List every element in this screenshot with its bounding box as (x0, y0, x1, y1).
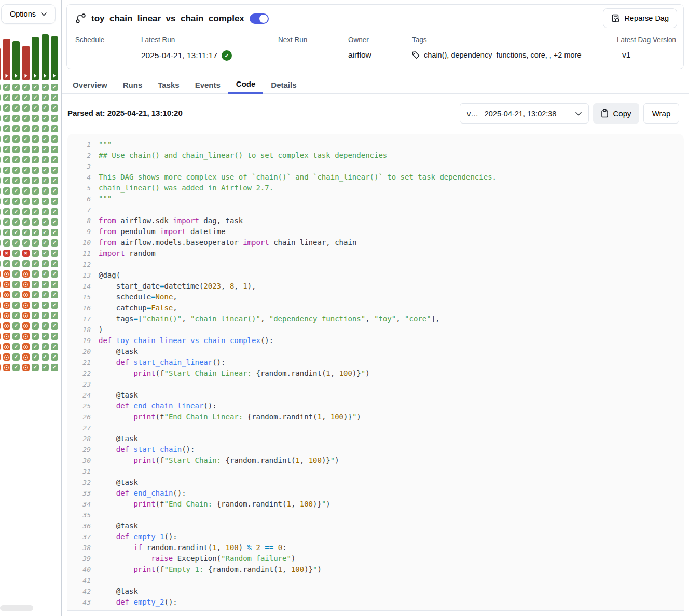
task-instance-cell-r8-c5[interactable]: ✓ (42, 167, 49, 174)
task-instance-cell-r27-c0[interactable] (0, 364, 1, 371)
task-instance-cell-r17-c2[interactable]: ✓ (12, 260, 20, 267)
task-instance-cell-r21-c5[interactable]: ✓ (42, 302, 49, 309)
task-instance-cell-r0-c1[interactable]: ✓ (3, 84, 10, 91)
task-instance-cell-r26-c4[interactable]: ✓ (32, 353, 39, 361)
task-instance-cell-r9-c4[interactable]: ✓ (32, 177, 39, 184)
task-instance-cell-r12-c6[interactable]: ✓ (51, 208, 58, 215)
task-instance-cell-r13-c5[interactable]: ✓ (42, 218, 49, 226)
dag-run-bar-0[interactable] (0, 48, 1, 80)
task-instance-cell-r7-c6[interactable]: ✓ (51, 156, 58, 163)
task-instance-cell-r24-c2[interactable]: ✓ (12, 333, 20, 340)
task-instance-cell-r14-c6[interactable]: ✓ (51, 229, 58, 236)
task-instance-cell-r3-c2[interactable]: ✓ (12, 115, 20, 122)
task-instance-cell-r22-c6[interactable]: ✓ (51, 312, 58, 319)
task-instance-cell-r25-c6[interactable]: ✓ (51, 343, 58, 350)
task-instance-cell-r4-c0[interactable]: ✓ (0, 125, 1, 132)
task-instance-cell-r5-c3[interactable]: ✓ (22, 135, 30, 143)
task-instance-cell-r9-c6[interactable]: ✓ (51, 177, 58, 184)
task-instance-cell-r19-c2[interactable]: ✓ (12, 281, 20, 288)
task-instance-cell-r25-c1[interactable] (3, 343, 10, 350)
task-instance-cell-r21-c0[interactable] (0, 302, 1, 309)
task-instance-cell-r10-c6[interactable]: ✓ (51, 187, 58, 195)
task-instance-cell-r11-c6[interactable]: ✓ (51, 198, 58, 205)
task-instance-cell-r16-c4[interactable]: ✓ (32, 250, 39, 257)
task-instance-cell-r25-c2[interactable]: ✓ (12, 343, 20, 350)
task-instance-cell-r0-c5[interactable]: ✓ (42, 84, 49, 91)
task-instance-cell-r25-c3[interactable] (22, 343, 30, 350)
task-instance-cell-r7-c0[interactable]: ✓ (0, 156, 1, 163)
task-instance-cell-r22-c0[interactable] (0, 312, 1, 319)
task-instance-cell-r16-c0[interactable]: ✕ (0, 250, 1, 257)
dag-run-bar-2[interactable] (12, 41, 20, 80)
task-instance-cell-r18-c6[interactable]: ✓ (51, 270, 58, 278)
task-instance-cell-r14-c1[interactable]: ✓ (3, 229, 10, 236)
task-instance-cell-r17-c5[interactable]: ✓ (42, 260, 49, 267)
task-instance-cell-r17-c0[interactable]: ✓ (0, 260, 1, 267)
task-instance-cell-r16-c6[interactable]: ✓ (51, 250, 58, 257)
task-instance-cell-r6-c1[interactable]: ✓ (3, 146, 10, 153)
task-instance-cell-r4-c6[interactable]: ✓ (51, 125, 58, 132)
task-instance-cell-r24-c5[interactable]: ✓ (42, 333, 49, 340)
task-instance-cell-r4-c3[interactable]: ✓ (22, 125, 30, 132)
dag-version-select[interactable]: v… 2025-04-21, 13:02:38 (460, 103, 589, 124)
tab-code[interactable]: Code (228, 75, 264, 94)
task-instance-cell-r15-c3[interactable]: ✓ (22, 239, 30, 247)
task-instance-cell-r22-c1[interactable] (3, 312, 10, 319)
task-instance-cell-r7-c4[interactable]: ✓ (32, 156, 39, 163)
task-instance-cell-r24-c1[interactable] (3, 333, 10, 340)
task-instance-cell-r22-c3[interactable] (22, 312, 30, 319)
dag-run-bar-1[interactable] (3, 39, 10, 80)
task-instance-cell-r27-c2[interactable]: ✓ (12, 364, 20, 371)
latest-run-value[interactable]: 2025-04-21, 13:11:17 (141, 51, 217, 60)
task-instance-cell-r22-c4[interactable]: ✓ (32, 312, 39, 319)
task-instance-cell-r21-c3[interactable] (22, 302, 30, 309)
task-instance-cell-r25-c5[interactable]: ✓ (42, 343, 49, 350)
task-instance-cell-r0-c2[interactable]: ✓ (12, 84, 20, 91)
tab-events[interactable]: Events (187, 75, 228, 94)
task-instance-cell-r24-c0[interactable] (0, 333, 1, 340)
task-instance-cell-r24-c4[interactable]: ✓ (32, 333, 39, 340)
task-instance-cell-r20-c0[interactable] (0, 291, 1, 298)
task-instance-cell-r24-c6[interactable]: ✓ (51, 333, 58, 340)
task-instance-cell-r6-c2[interactable]: ✓ (12, 146, 20, 153)
task-instance-cell-r0-c4[interactable]: ✓ (32, 84, 39, 91)
task-instance-cell-r19-c6[interactable]: ✓ (51, 281, 58, 288)
task-instance-cell-r5-c5[interactable]: ✓ (42, 135, 49, 143)
task-instance-cell-r9-c0[interactable]: ✓ (0, 177, 1, 184)
tab-details[interactable]: Details (263, 75, 304, 94)
task-instance-cell-r23-c1[interactable] (3, 322, 10, 330)
task-instance-cell-r1-c4[interactable]: ✓ (32, 94, 39, 101)
task-instance-cell-r10-c1[interactable]: ✓ (3, 187, 10, 195)
task-instance-cell-r18-c2[interactable]: ✓ (12, 270, 20, 278)
task-instance-cell-r17-c4[interactable]: ✓ (32, 260, 39, 267)
task-instance-cell-r27-c6[interactable]: ✓ (51, 364, 58, 371)
task-instance-cell-r15-c0[interactable]: ✓ (0, 239, 1, 247)
dag-enabled-toggle[interactable] (250, 13, 269, 24)
task-instance-cell-r13-c1[interactable]: ✓ (3, 218, 10, 226)
task-instance-cell-r10-c3[interactable]: ✓ (22, 187, 30, 195)
task-instance-cell-r14-c3[interactable]: ✓ (22, 229, 30, 236)
task-instance-cell-r16-c1[interactable]: ✕ (3, 250, 10, 257)
task-instance-cell-r9-c5[interactable]: ✓ (42, 177, 49, 184)
tab-overview[interactable]: Overview (65, 75, 115, 94)
task-instance-cell-r6-c4[interactable]: ✓ (32, 146, 39, 153)
task-instance-cell-r6-c3[interactable]: ✓ (22, 146, 30, 153)
wrap-code-button[interactable]: Wrap (643, 103, 679, 124)
task-instance-cell-r21-c4[interactable]: ✓ (32, 302, 39, 309)
task-instance-cell-r12-c0[interactable]: ✓ (0, 208, 1, 215)
task-instance-cell-r13-c0[interactable]: ✓ (0, 218, 1, 226)
task-instance-cell-r6-c6[interactable]: ✓ (51, 146, 58, 153)
task-instance-cell-r8-c4[interactable]: ✓ (32, 167, 39, 174)
task-instance-cell-r2-c4[interactable]: ✓ (32, 104, 39, 112)
task-instance-cell-r11-c4[interactable]: ✓ (32, 198, 39, 205)
task-instance-cell-r9-c1[interactable]: ✓ (3, 177, 10, 184)
task-instance-cell-r10-c2[interactable]: ✓ (12, 187, 20, 195)
task-instance-cell-r20-c2[interactable]: ✓ (12, 291, 20, 298)
task-instance-cell-r2-c3[interactable]: ✓ (22, 104, 30, 112)
task-instance-cell-r27-c3[interactable] (22, 364, 30, 371)
horizontal-scrollbar[interactable] (0, 605, 33, 611)
task-instance-cell-r3-c6[interactable]: ✓ (51, 115, 58, 122)
task-instance-cell-r13-c6[interactable]: ✓ (51, 218, 58, 226)
task-instance-cell-r19-c0[interactable] (0, 281, 1, 288)
task-instance-cell-r23-c6[interactable]: ✓ (51, 322, 58, 330)
